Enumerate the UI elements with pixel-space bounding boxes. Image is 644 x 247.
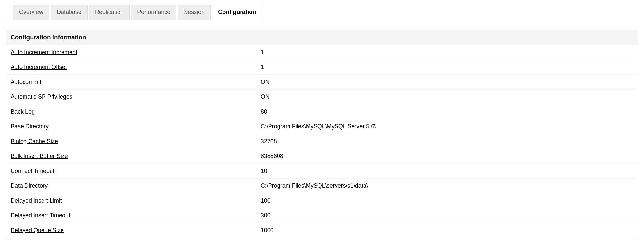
config-key-link[interactable]: Base Directory (11, 123, 49, 130)
config-row: Auto Increment Offset1 (6, 60, 638, 75)
tab-configuration[interactable]: Configuration (212, 5, 262, 20)
tab-label: Database (57, 9, 81, 15)
config-key-link[interactable]: Back Log (11, 108, 35, 115)
config-value: 1 (259, 45, 638, 60)
config-key-cell: Autocommit (6, 75, 259, 89)
config-key-cell: Base Directory (6, 119, 259, 134)
config-key-link[interactable]: Delayed Queue Size (11, 227, 64, 233)
config-key-link[interactable]: Auto Increment Increment (11, 49, 77, 55)
config-row: Auto Increment Increment1 (6, 45, 638, 60)
config-row: Delayed Insert Limit100 (6, 193, 638, 208)
config-key-cell: Delayed Insert Limit (6, 193, 259, 208)
tab-performance[interactable]: Performance (131, 5, 176, 20)
tab-overview[interactable]: Overview (13, 5, 49, 20)
config-row: Automatic SP PrivilegesON (6, 90, 638, 104)
config-key-cell: Back Log (6, 104, 259, 119)
config-key-cell: Auto Increment Offset (6, 60, 259, 74)
config-row: Bulk Insert Buffer Size8388608 (6, 149, 638, 164)
tab-label: Overview (19, 9, 43, 15)
config-key-link[interactable]: Connect Timeout (11, 168, 54, 174)
config-value: C:\Program Files\MySQL\MySQL Server 5.6\ (259, 119, 638, 134)
tabs-bar: OverviewDatabaseReplicationPerformanceSe… (6, 5, 638, 20)
config-key-cell: Binlog Cache Size (6, 134, 259, 149)
config-value: 80 (259, 104, 638, 119)
config-value: 1 (259, 60, 638, 74)
config-key-cell: Delayed Queue Size (6, 223, 259, 238)
config-key-cell: Bulk Insert Buffer Size (6, 149, 259, 163)
tab-label: Replication (95, 9, 124, 15)
config-key-cell: Auto Increment Increment (6, 45, 259, 60)
config-value: 10 (259, 164, 638, 178)
config-key-link[interactable]: Bulk Insert Buffer Size (11, 153, 68, 159)
config-key-link[interactable]: Automatic SP Privileges (11, 94, 72, 100)
config-key-link[interactable]: Auto Increment Offset (11, 64, 67, 70)
config-value: 8388608 (259, 149, 638, 163)
config-row: Binlog Cache Size32768 (6, 134, 638, 149)
config-key-cell: Connect Timeout (6, 164, 259, 178)
config-value: ON (259, 75, 638, 89)
config-key-cell: Automatic SP Privileges (6, 90, 259, 104)
config-row: Delayed Insert Timeout300 (6, 208, 638, 223)
config-value: ON (259, 90, 638, 104)
config-key-link[interactable]: Data Directory (11, 183, 48, 189)
panel-title: Configuration Information (6, 30, 638, 45)
config-key-link[interactable]: Binlog Cache Size (11, 138, 58, 144)
tab-session[interactable]: Session (178, 5, 211, 20)
config-value: 300 (259, 208, 638, 223)
config-key-link[interactable]: Delayed Insert Timeout (11, 212, 70, 219)
config-row: Data DirectoryC:\Program Files\MySQL\ser… (6, 179, 638, 193)
config-value: 32768 (259, 134, 638, 149)
config-row: Connect Timeout10 (6, 164, 638, 179)
config-key-cell: Data Directory (6, 179, 259, 193)
configuration-panel: Configuration Information Auto Increment… (6, 30, 638, 238)
config-row: AutocommitON (6, 75, 638, 90)
config-key-link[interactable]: Autocommit (11, 79, 41, 85)
tab-label: Session (184, 9, 204, 15)
config-key-cell: Delayed Insert Timeout (6, 208, 259, 223)
config-key-link[interactable]: Delayed Insert Limit (11, 197, 62, 204)
config-row: Back Log80 (6, 104, 638, 119)
config-value: 100 (259, 193, 638, 208)
tab-label: Configuration (218, 9, 256, 15)
config-value: C:\Program Files\MySQL\servers\s1\data\ (259, 179, 638, 193)
tab-database[interactable]: Database (51, 5, 88, 20)
config-value: 1000 (259, 223, 638, 238)
config-row: Delayed Queue Size1000 (6, 223, 638, 238)
tab-replication[interactable]: Replication (89, 5, 130, 20)
config-row: Base DirectoryC:\Program Files\MySQL\MyS… (6, 119, 638, 134)
tab-label: Performance (137, 9, 170, 15)
